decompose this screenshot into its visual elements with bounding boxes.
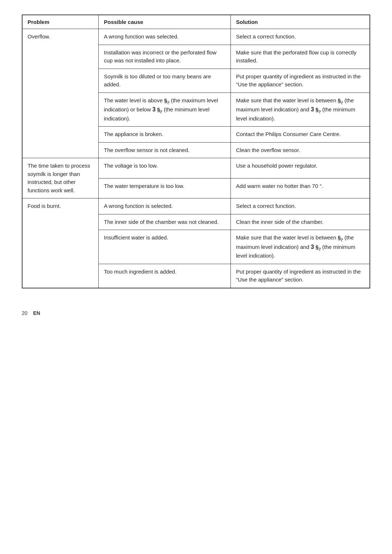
table-row-cause: The appliance is broken. (99, 127, 231, 143)
table-row-solution: Make sure that the water level is betwee… (231, 230, 370, 264)
language-label: EN (33, 310, 40, 316)
table-row-cause: A wrong function was selected. (99, 29, 231, 45)
table-row-cause: The overflow sensor is not cleaned. (99, 142, 231, 158)
table-row-problem: Overflow. (22, 29, 99, 158)
table-row-cause: The water temperature is too low. (99, 178, 231, 198)
table-row-cause: Soymilk is too diluted or too many beans… (99, 69, 231, 93)
table-row-cause: The water level is above §Ⳉ (the maximum… (99, 93, 231, 127)
table-row-cause: The voltage is too low. (99, 158, 231, 178)
table-row-cause: Installation was incorrect or the perfor… (99, 45, 231, 69)
table-row-problem: Food is burnt. (22, 198, 99, 288)
table-row-solution: Select a correct function. (231, 29, 370, 45)
table-row-solution: Make sure that the water level is betwee… (231, 93, 370, 127)
table-row-solution: Contact the Philips Consumer Care Centre… (231, 127, 370, 143)
table-row-solution: Clean the overflow sensor. (231, 142, 370, 158)
table-row-solution: Make sure that the perforated flow cup i… (231, 45, 370, 69)
page-footer: 20 EN (22, 310, 370, 316)
page-number: 20 (22, 310, 28, 316)
header-problem: Problem (22, 15, 99, 29)
table-row-cause: The inner side of the chamber was not cl… (99, 214, 231, 230)
table-row-solution: Use a household power regulator. (231, 158, 370, 178)
table-row-solution: Select a correct function. (231, 198, 370, 214)
table-row-solution: Add warm water no hotter than 70 °. (231, 178, 370, 198)
table-row-solution: Put proper quantity of ingredient as ins… (231, 69, 370, 93)
table-row-cause: Too much ingredient is added. (99, 264, 231, 288)
table-row-problem: The time taken to process soymilk is lon… (22, 158, 99, 198)
header-cause: Possible cause (99, 15, 231, 29)
table-row-solution: Put proper quantity of ingredient as ins… (231, 264, 370, 288)
header-solution: Solution (231, 15, 370, 29)
troubleshooting-table: Problem Possible cause Solution Overflow… (22, 15, 370, 288)
table-row-cause: A wrong function is selected. (99, 198, 231, 214)
page-content: Problem Possible cause Solution Overflow… (22, 15, 370, 316)
table-row-cause: Insufficient water is added. (99, 230, 231, 264)
table-row-solution: Clean the inner side of the chamber. (231, 214, 370, 230)
